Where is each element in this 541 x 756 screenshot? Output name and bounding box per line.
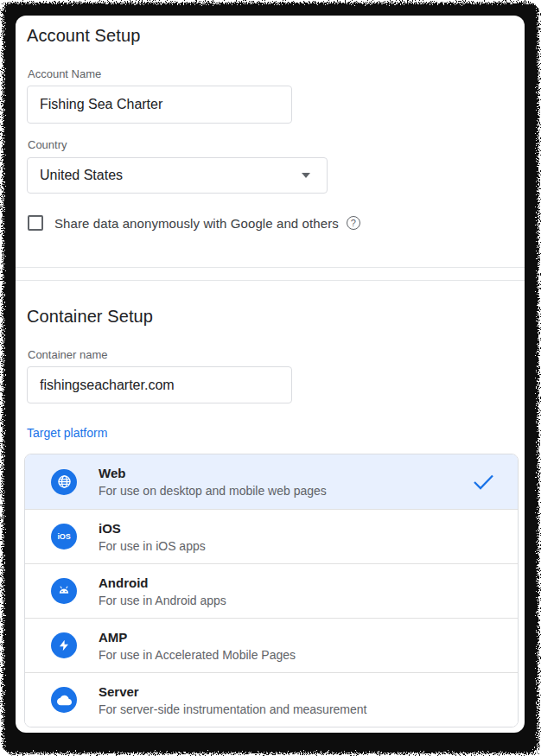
share-data-label: Share data anonymously with Google and o… (54, 216, 339, 231)
country-label: Country (28, 138, 513, 152)
platform-text: iOSFor use in iOS apps (99, 520, 497, 554)
platform-description: For use in iOS apps (99, 538, 497, 554)
chevron-down-icon (302, 173, 310, 178)
country-select-value: United States (40, 168, 123, 183)
cloud-icon (51, 687, 77, 713)
share-data-row: Share data anonymously with Google and o… (28, 215, 513, 231)
platform-row-android[interactable]: AndroidFor use in Android apps (25, 563, 518, 618)
setup-panel: Account Setup Account Name Country Unite… (16, 16, 525, 733)
android-icon (51, 578, 77, 604)
platform-name: Web (99, 465, 472, 482)
share-data-checkbox[interactable] (28, 215, 43, 231)
platform-row-web[interactable]: WebFor use on desktop and mobile web pag… (25, 454, 518, 509)
platform-name: AMP (99, 629, 497, 646)
globe-icon (51, 469, 77, 495)
platform-description: For use in Accelerated Mobile Pages (99, 647, 497, 663)
platform-description: For use in Android apps (99, 593, 497, 608)
platform-row-server[interactable]: ServerFor server-side instrumentation an… (25, 672, 518, 727)
platform-row-ios[interactable]: iOSiOSFor use in iOS apps (25, 509, 518, 563)
platform-text: AndroidFor use in Android apps (99, 575, 497, 608)
platform-description: For server-side instrumentation and meas… (99, 702, 497, 717)
platform-name: Android (99, 575, 497, 592)
platform-text: ServerFor server-side instrumentation an… (99, 683, 497, 717)
platform-name: Server (99, 683, 497, 701)
target-platform-link[interactable]: Target platform (27, 426, 107, 441)
platform-description: For use on desktop and mobile web pages (99, 483, 472, 499)
platform-text: AMPFor use in Accelerated Mobile Pages (99, 629, 497, 663)
country-select[interactable]: United States (27, 157, 328, 194)
account-name-label: Account Name (28, 67, 513, 81)
target-platform-list: WebFor use on desktop and mobile web pag… (24, 454, 519, 727)
platform-text: WebFor use on desktop and mobile web pag… (99, 465, 472, 499)
container-setup-section: Container Setup Container name Target pl… (16, 281, 525, 727)
ios-icon: iOS (51, 524, 77, 550)
container-name-label: Container name (28, 348, 513, 362)
account-setup-title: Account Setup (27, 24, 513, 47)
section-divider (16, 268, 525, 281)
container-setup-title: Container Setup (27, 305, 513, 327)
platform-name: iOS (99, 520, 497, 537)
account-setup-section: Account Setup Account Name Country Unite… (16, 16, 525, 268)
amp-icon (51, 632, 77, 658)
container-name-input[interactable] (27, 366, 292, 403)
checkmark-icon (472, 473, 495, 492)
platform-row-amp[interactable]: AMPFor use in Accelerated Mobile Pages (25, 618, 518, 672)
help-icon[interactable]: ? (347, 216, 360, 230)
account-name-input[interactable] (27, 86, 292, 124)
